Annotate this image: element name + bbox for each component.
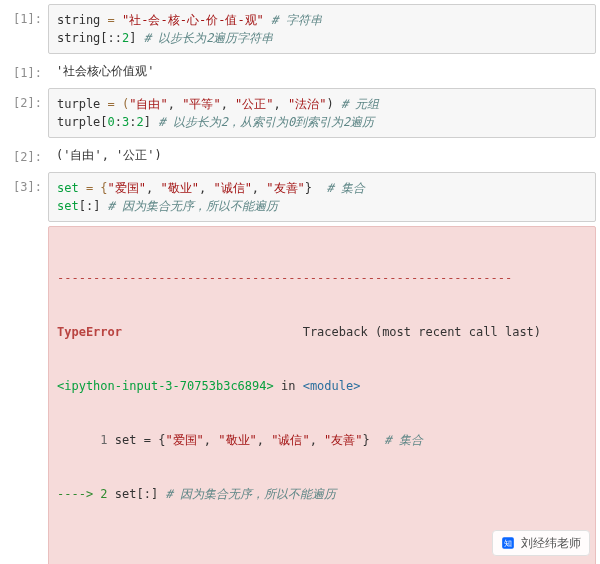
- output-text-1: '社会核心价值观': [48, 58, 596, 84]
- code-box-3[interactable]: set = {"爱国", "敬业", "诚信", "友善"} # 集合 set[…: [48, 172, 596, 222]
- input-prompt-3: [3]:: [4, 172, 48, 196]
- svg-text:知: 知: [504, 539, 512, 548]
- error-cell-3: ----------------------------------------…: [4, 226, 596, 564]
- watermark-text: 刘经纬老师: [521, 534, 581, 552]
- input-cell-3: [3]: set = {"爱国", "敬业", "诚信", "友善"} # 集合…: [4, 172, 596, 222]
- output-cell-1: [1]: '社会核心价值观': [4, 58, 596, 84]
- code-line: turple = ("自由", "平等", "公正", "法治") # 元组: [57, 95, 587, 113]
- error-box-3: ----------------------------------------…: [48, 226, 596, 564]
- error-prompt-3: [4, 226, 48, 232]
- input-cell-2: [2]: turple = ("自由", "平等", "公正", "法治") #…: [4, 88, 596, 138]
- code-line: string[::2] # 以步长为2遍历字符串: [57, 29, 587, 47]
- code-line: string = "社-会-核-心-价-值-观" # 字符串: [57, 11, 587, 29]
- zhihu-icon: 知: [501, 536, 515, 550]
- code-line: set[:] # 因为集合无序，所以不能遍历: [57, 197, 587, 215]
- code-line: turple[0:3:2] # 以步长为2，从索引为0到索引为2遍历: [57, 113, 587, 131]
- input-prompt-1: [1]:: [4, 4, 48, 28]
- output-cell-2: [2]: ('自由', '公正'): [4, 142, 596, 168]
- code-box-1[interactable]: string = "社-会-核-心-价-值-观" # 字符串 string[::…: [48, 4, 596, 54]
- output-prompt-2: [2]:: [4, 142, 48, 166]
- watermark: 知 刘经纬老师: [492, 530, 590, 556]
- input-cell-1: [1]: string = "社-会-核-心-价-值-观" # 字符串 stri…: [4, 4, 596, 54]
- code-box-2[interactable]: turple = ("自由", "平等", "公正", "法治") # 元组 t…: [48, 88, 596, 138]
- output-text-2: ('自由', '公正'): [48, 142, 596, 168]
- output-prompt-1: [1]:: [4, 58, 48, 82]
- input-prompt-2: [2]:: [4, 88, 48, 112]
- code-line: set = {"爱国", "敬业", "诚信", "友善"} # 集合: [57, 179, 587, 197]
